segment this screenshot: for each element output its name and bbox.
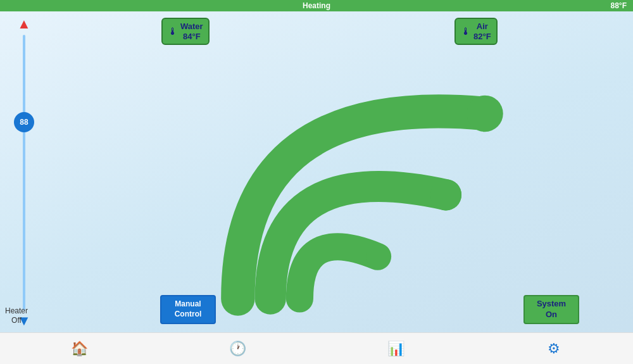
manual-control-button[interactable]: Manual Control: [160, 295, 216, 324]
air-temp-text: Air 82°F: [473, 22, 491, 41]
svg-point-0: [467, 96, 503, 132]
thermometer-icon: 🌡: [168, 26, 178, 37]
bottom-navigation: 🏠 🕐 📊 ⚙: [0, 332, 633, 364]
home-icon: 🏠: [71, 341, 88, 357]
chart-icon: 📊: [387, 341, 404, 357]
clock-icon: 🕐: [229, 341, 246, 357]
air-temp-badge: 🌡 Air 82°F: [454, 18, 498, 45]
temperature-slider[interactable]: ▲ 88 ▼: [11, 16, 37, 329]
svg-point-2: [366, 245, 389, 268]
slider-up-button[interactable]: ▲: [17, 16, 31, 32]
nav-settings[interactable]: ⚙: [475, 333, 633, 364]
top-bar-value: 88°F: [611, 1, 627, 10]
nav-chart[interactable]: 📊: [316, 333, 475, 364]
thermometer-icon-air: 🌡: [461, 26, 471, 37]
system-on-button[interactable]: System On: [523, 295, 579, 324]
nav-home[interactable]: 🏠: [0, 333, 158, 364]
slider-track: 88: [23, 35, 25, 310]
top-bar: Heating 88°F: [0, 0, 633, 11]
signal-display: [95, 51, 582, 326]
svg-point-1: [430, 179, 461, 210]
water-temp-badge: 🌡 Water 84°F: [161, 18, 210, 45]
nav-clock[interactable]: 🕐: [158, 333, 316, 364]
gear-icon: ⚙: [548, 341, 560, 357]
slider-thumb[interactable]: 88: [14, 112, 34, 132]
top-bar-title: Heating: [303, 1, 330, 10]
system-on-label: System On: [525, 296, 578, 323]
heater-status-label: Heater Off: [5, 306, 28, 326]
water-temp-text: Water 84°F: [180, 22, 203, 41]
